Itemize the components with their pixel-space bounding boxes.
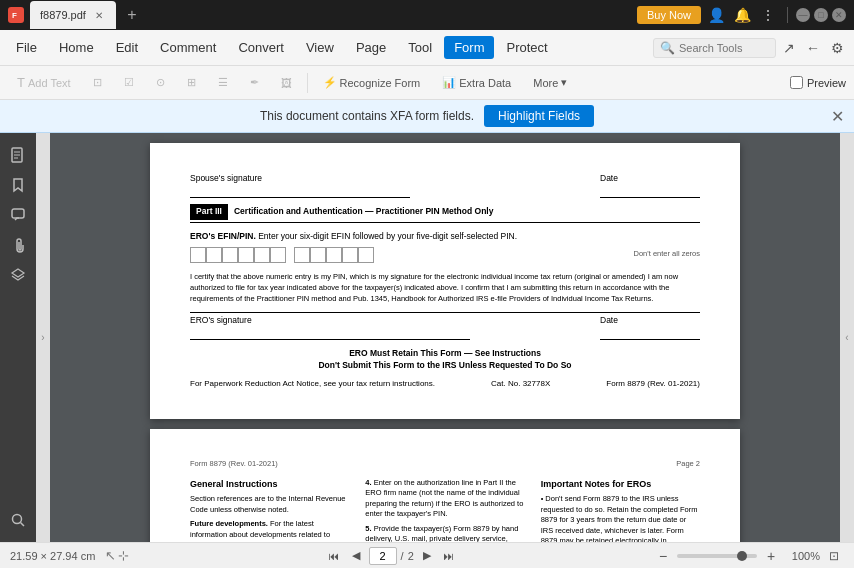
col1-para1: Section references are to the Internal R… [190, 494, 349, 515]
xfa-banner: This document contains XFA form fields. … [0, 100, 854, 133]
menu-form[interactable]: Form [444, 36, 494, 59]
extra-data-button[interactable]: 📊 Extra Data [433, 72, 520, 93]
left-scroll-handle[interactable]: › [36, 133, 50, 542]
buy-now-button[interactable]: Buy Now [637, 6, 701, 24]
total-pages: 2 [408, 550, 414, 562]
more-button[interactable]: More ▾ [524, 72, 576, 93]
extra-data-icon: 📊 [442, 76, 456, 89]
svg-line-8 [21, 523, 25, 527]
new-tab-button[interactable]: + [122, 5, 142, 25]
back-icon[interactable]: ← [802, 37, 824, 59]
menu-file[interactable]: File [6, 36, 47, 59]
col2-item4-text: Enter on the authorization line in Part … [365, 478, 523, 519]
page2-header: Form 8879 (Rev. 01-2021) Page 2 [190, 459, 700, 470]
checkbox-icon: ☑ [124, 76, 134, 89]
retain-block: ERO Must Retain This Form — See Instruct… [190, 348, 700, 372]
menu-convert[interactable]: Convert [228, 36, 294, 59]
menu-comment[interactable]: Comment [150, 36, 226, 59]
list-icon: ☰ [218, 76, 228, 89]
menu-page[interactable]: Page [346, 36, 396, 59]
efin-box-10 [342, 247, 358, 263]
col1-title: General Instructions [190, 478, 349, 491]
menu-tool[interactable]: Tool [398, 36, 442, 59]
sidebar-comments-icon[interactable] [4, 201, 32, 229]
prev-page-button[interactable]: ◀ [347, 547, 365, 565]
menu-home[interactable]: Home [49, 36, 104, 59]
image-icon: 🖼 [281, 77, 292, 89]
settings-icon[interactable]: ⚙ [826, 37, 848, 59]
left-sidebar [0, 133, 36, 542]
external-link-icon[interactable]: ↗ [778, 37, 800, 59]
minimize-button[interactable]: — [796, 8, 810, 22]
xfa-banner-close-button[interactable]: ✕ [831, 107, 844, 126]
notification-icon[interactable]: 🔔 [731, 4, 753, 26]
efin-box-5 [254, 247, 270, 263]
efin-box-7 [294, 247, 310, 263]
col3-title: Important Notes for EROs [541, 478, 700, 491]
combo-icon: ⊞ [187, 76, 196, 89]
image-button[interactable]: 🖼 [272, 73, 301, 93]
sidebar-pages-icon[interactable] [4, 141, 32, 169]
active-tab[interactable]: f8879.pdf ✕ [30, 1, 116, 29]
align-icon: ⊡ [93, 76, 102, 89]
page2-columns: General Instructions Section references … [190, 478, 700, 542]
pdf-content-area[interactable]: Spouse's signature Date Part III Certifi… [50, 133, 840, 542]
sidebar-search-icon[interactable] [4, 506, 32, 534]
current-page-input[interactable] [369, 547, 397, 565]
zoom-slider-thumb[interactable] [737, 551, 747, 561]
zoom-in-button[interactable]: + [761, 546, 781, 566]
radio-button[interactable]: ⊙ [147, 72, 174, 93]
sidebar-attachments-icon[interactable] [4, 231, 32, 259]
preview-toggle[interactable]: Preview [790, 76, 846, 89]
efin-box-4 [238, 247, 254, 263]
ero-sig-label: ERO's signature [190, 315, 470, 340]
sidebar-layers-icon[interactable] [4, 261, 32, 289]
col2-item5-num: 5. [365, 524, 371, 533]
certification-text: I certify that the above numeric entry i… [190, 271, 700, 305]
sidebar-bookmarks-icon[interactable] [4, 171, 32, 199]
col2-item4: 4. Enter on the authorization line in Pa… [365, 478, 524, 520]
part-num: Part III [190, 204, 228, 220]
col3-bullet1: • Don't send Form 8879 to the IRS unless… [541, 494, 700, 542]
radio-icon: ⊙ [156, 76, 165, 89]
col2-item5: 5. Provide the taxpayer(s) Form 8879 by … [365, 524, 524, 542]
maximize-button[interactable]: □ [814, 8, 828, 22]
combo-button[interactable]: ⊞ [178, 72, 205, 93]
menu-icon[interactable]: ⋮ [757, 4, 779, 26]
page2-col2: 4. Enter on the authorization line in Pa… [365, 478, 524, 542]
date-label-1: Date [600, 173, 700, 198]
fit-page-button[interactable]: ⊡ [824, 546, 844, 566]
first-page-button[interactable]: ⏮ [325, 547, 343, 565]
highlight-fields-button[interactable]: Highlight Fields [484, 105, 594, 127]
recognize-form-button[interactable]: ⚡ Recognize Form [314, 72, 430, 93]
svg-point-7 [13, 515, 22, 524]
more-chevron-icon: ▾ [561, 76, 567, 89]
add-text-button[interactable]: T Add Text [8, 71, 80, 94]
signature-button[interactable]: ✒ [241, 72, 268, 93]
status-bar: 21.59 × 27.94 cm ↖ ⊹ ⏮ ◀ / 2 ▶ ⏭ − + 100… [0, 542, 854, 568]
efin-box-6 [270, 247, 286, 263]
zoom-out-button[interactable]: − [653, 546, 673, 566]
page2-form-ref: Form 8879 (Rev. 01-2021) [190, 459, 278, 470]
search-input[interactable] [679, 42, 769, 54]
list-button[interactable]: ☰ [209, 72, 237, 93]
close-button[interactable]: ✕ [832, 8, 846, 22]
preview-checkbox[interactable] [790, 76, 803, 89]
right-scroll-handle[interactable]: ‹ [840, 133, 854, 542]
title-bar-left: F f8879.pdf ✕ + [8, 1, 142, 29]
spouse-signature-label: Spouse's signature [190, 173, 410, 198]
menu-edit[interactable]: Edit [106, 36, 148, 59]
zoom-value: 100% [785, 550, 820, 562]
checkbox-button[interactable]: ☑ [115, 72, 143, 93]
last-page-button[interactable]: ⏭ [440, 547, 458, 565]
page2-page-num: Page 2 [676, 459, 700, 470]
menu-protect[interactable]: Protect [496, 36, 557, 59]
tab-close-button[interactable]: ✕ [92, 8, 106, 22]
next-page-button[interactable]: ▶ [418, 547, 436, 565]
zoom-slider[interactable] [677, 554, 757, 558]
menu-view[interactable]: View [296, 36, 344, 59]
col1-future-bold: Future developments. [190, 519, 268, 528]
title-bar-right: Buy Now 👤 🔔 ⋮ — □ ✕ [637, 4, 846, 26]
account-icon[interactable]: 👤 [705, 4, 727, 26]
align-button[interactable]: ⊡ [84, 72, 111, 93]
